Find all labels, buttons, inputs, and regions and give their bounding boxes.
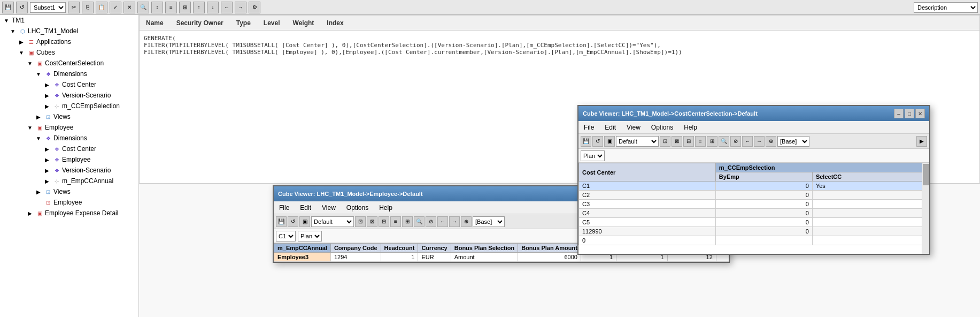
sidebar-item-tm1[interactable]: ▼ TM1 [0,15,138,26]
sidebar-item-emp-expense[interactable]: ▶ ▣ Employee Expense Detail [0,208,138,218]
cc-tb-10[interactable]: ⊕ [766,136,776,147]
emp-menu-edit[interactable]: Edit [297,203,314,213]
sidebar-item-applications[interactable]: ▶ ☰ Applications [0,36,138,47]
cc-tb-5[interactable]: ⊞ [707,136,717,147]
cc-menu-edit[interactable]: Edit [601,123,619,132]
col-index[interactable]: Index [325,17,354,29]
emp-tb-8[interactable]: ← [437,216,448,227]
table-row[interactable]: C5 0 [579,218,929,227]
cc-base-select[interactable]: [Base] [777,136,809,147]
subset-select[interactable]: Subset1 [30,2,66,13]
emp-tb-5[interactable]: ⊞ [402,216,413,227]
tb-filter[interactable]: 🔍 [137,2,149,13]
sidebar-item-costcenter[interactable]: ▶ ❖ Cost Center [0,79,138,90]
emp-view-select[interactable]: Default [311,216,354,227]
tb-down[interactable]: ↓ [207,2,219,13]
emp-tb-9[interactable]: → [449,216,460,227]
emp-menu-help[interactable]: Help [376,203,396,213]
sidebar-item-ccs-views[interactable]: ▶ ⊡ Views [0,111,138,122]
cc-tb-end[interactable]: ▶ [916,136,927,147]
tb-x[interactable]: ✕ [124,2,135,13]
cc-menu-view[interactable]: View [623,123,644,132]
emp-filter-plan[interactable]: Plan [298,231,322,241]
cv-minimize[interactable]: – [894,109,904,118]
sidebar-item-employee-cube[interactable]: ▼ ▣ Employee [0,122,138,133]
emp-col-employee[interactable]: m_EmpCCAnnual [274,244,331,253]
col-weight[interactable]: Weight [291,17,325,29]
table-row[interactable]: 112990 0 [579,227,929,236]
tb-check[interactable]: ✓ [110,2,121,13]
cc-col-costcenter[interactable]: Cost Center [579,163,716,182]
description-select[interactable]: Description [914,2,978,13]
save-btn[interactable]: 💾 [2,2,14,13]
table-row[interactable]: C2 0 [579,191,929,200]
tb-right[interactable]: → [235,2,246,13]
tb-paste[interactable]: 📋 [96,2,107,13]
sidebar-item-cubes[interactable]: ▼ ▣ Cubes [0,47,138,58]
col-name[interactable]: Name [144,17,174,29]
cc-view-select[interactable]: Default [616,136,659,147]
cc-col-byemp[interactable]: ByEmp [715,172,812,182]
cc-tb-1[interactable]: ⊡ [660,136,670,147]
tb-copy[interactable]: ⎘ [82,2,94,13]
cc-tb-3[interactable]: ⊟ [683,136,694,147]
emp-col-headcount[interactable]: Headcount [381,244,418,253]
emp-tb-refresh[interactable]: ↺ [288,216,298,227]
cc-scrollbar[interactable] [922,163,929,254]
emp-tb-cube[interactable]: ▣ [299,216,310,227]
refresh-btn[interactable]: ↺ [16,2,28,13]
sidebar-item-empcca[interactable]: ▶ ⊹ m_EmpCCAnnual [0,176,138,186]
sidebar-item-ccs-dims[interactable]: ▼ ❖ Dimensions [0,69,138,79]
tb-grid[interactable]: ⊞ [179,2,191,13]
emp-col-bonus-plan-amt[interactable]: Bonus Plan Amount [518,244,581,253]
sidebar-item-version-scenario[interactable]: ▶ ❖ Version-Scenario [0,90,138,101]
cc-tb-refresh[interactable]: ↺ [592,136,603,147]
table-row[interactable]: C1 0 Yes [579,182,929,191]
cc-menu-options[interactable]: Options [648,123,676,132]
emp-menu-options[interactable]: Options [343,203,372,213]
emp-menu-view[interactable]: View [319,203,339,213]
cv-restore[interactable]: □ [905,109,914,118]
tb-cut[interactable]: ✂ [68,2,80,13]
cc-tb-7[interactable]: ⊘ [730,136,741,147]
emp-tb-6[interactable]: 🔍 [414,216,425,227]
tb-settings[interactable]: ⚙ [249,2,260,13]
sidebar-item-emp-dim[interactable]: ▶ ❖ Employee [0,154,138,165]
emp-col-bonus-plan-sel[interactable]: Bonus Plan Selection [451,244,518,253]
cc-col-selectcc[interactable]: SelectCC [812,172,929,182]
cc-filter-plan[interactable]: Plan [581,150,605,161]
tb-list[interactable]: ≡ [165,2,177,13]
emp-menu-file[interactable]: File [276,203,292,213]
col-type[interactable]: Type [234,17,261,29]
emp-col-company-code[interactable]: Company Code [330,244,381,253]
cc-tb-8[interactable]: ← [742,136,753,147]
cv-close[interactable]: ✕ [915,109,925,118]
col-level[interactable]: Level [261,17,291,29]
emp-col-currency[interactable]: Currency [418,244,451,253]
cc-tb-cube[interactable]: ▣ [604,136,615,147]
tb-sort[interactable]: ↕ [151,2,163,13]
cc-tb-6[interactable]: 🔍 [719,136,729,147]
sidebar-item-emp-vs[interactable]: ▶ ❖ Version-Scenario [0,165,138,176]
emp-tb-2[interactable]: ⊠ [367,216,377,227]
sidebar-item-model[interactable]: ▼ ⬡ LHC_TM1_Model [0,26,138,36]
col-security-owner[interactable]: Security Owner [174,17,234,29]
emp-tb-10[interactable]: ⊕ [461,216,472,227]
emp-tb-save[interactable]: 💾 [276,216,287,227]
table-row[interactable]: C4 0 [579,209,929,218]
table-row[interactable]: C3 0 [579,200,929,209]
emp-base-select[interactable]: [Base] [473,216,505,227]
cc-tb-save[interactable]: 💾 [581,136,591,147]
cc-menu-file[interactable]: File [581,123,597,132]
cc-menu-help[interactable]: Help [681,123,700,132]
emp-tb-4[interactable]: ≡ [390,216,401,227]
emp-tb-7[interactable]: ⊘ [426,216,436,227]
sidebar-item-emp-cc[interactable]: ▶ ❖ Cost Center [0,144,138,154]
cc-tb-2[interactable]: ⊠ [672,136,682,147]
sidebar-item-emp-dims[interactable]: ▼ ❖ Dimensions [0,133,138,144]
tb-left[interactable]: ← [221,2,233,13]
emp-filter-c1[interactable]: C1 [276,231,296,241]
tb-up[interactable]: ↑ [193,2,205,13]
emp-tb-1[interactable]: ⊡ [355,216,366,227]
sidebar-item-mccempsel[interactable]: ▶ ⊹ m_CCEmpSelection [0,101,138,111]
